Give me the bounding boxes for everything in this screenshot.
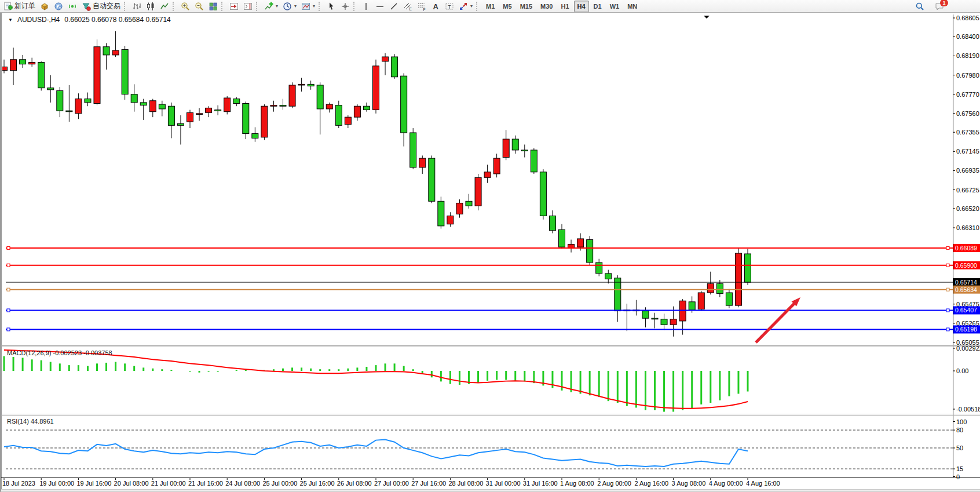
tf-m5-button[interactable]: M5 — [499, 1, 515, 12]
tf-m15-button[interactable]: M15 — [517, 1, 536, 12]
equidistant-channel-button[interactable]: E — [401, 0, 415, 12]
new-order-button-label: 新订单 — [14, 1, 35, 11]
text-label-button[interactable]: T — [443, 0, 456, 12]
chart-title: ▼ AUDUSD-,H4 0.66025 0.66078 0.65684 0.6… — [8, 16, 171, 24]
time-tick-label: 21 Jul 00:00 — [151, 480, 186, 487]
autotrading-button[interactable]: 自动交易 — [79, 0, 123, 12]
rsi-indicator-label: RSI(14) 44.8961 — [7, 418, 54, 425]
notifications-button[interactable]: 1 — [933, 0, 946, 12]
indicators-button[interactable]: ▾ — [262, 0, 280, 12]
time-axis[interactable]: 18 Jul 202319 Jul 00:0019 Jul 16:0020 Ju… — [2, 478, 780, 487]
line-end-marker[interactable] — [946, 309, 949, 312]
arrows-button[interactable]: ▾ — [456, 0, 475, 12]
price-tick-label: 0.66520 — [956, 205, 979, 212]
price-tick-label: 0.67980 — [956, 72, 979, 79]
candle-body — [363, 106, 370, 110]
trendline-icon — [389, 2, 398, 11]
toolbar-separator — [124, 2, 128, 11]
candle-body — [149, 101, 156, 112]
dropdown-caret-icon[interactable]: ▾ — [294, 3, 297, 9]
time-tick-label: 20 Jul 08:00 — [114, 480, 149, 487]
line-end-marker[interactable] — [946, 328, 949, 331]
candle-body — [726, 293, 732, 305]
line-end-marker[interactable] — [946, 264, 949, 267]
price-line-badge-label: 0.65407 — [955, 307, 977, 314]
price-tick-label: 0.68190 — [956, 52, 979, 59]
candle-body — [698, 293, 704, 309]
vertical-line-button[interactable] — [359, 0, 373, 12]
candle-body — [38, 63, 45, 88]
candle-body — [224, 98, 231, 112]
rsi-scale-label: 100 — [956, 418, 967, 425]
candlestick-button[interactable] — [144, 0, 158, 12]
chevron-down-icon[interactable]: ▼ — [8, 17, 13, 23]
dropdown-caret-icon[interactable]: ▾ — [470, 3, 473, 9]
tf-mn-button[interactable]: MN — [624, 1, 641, 12]
candle-body — [447, 216, 454, 224]
candle-body — [215, 110, 221, 111]
candle-body — [289, 85, 295, 106]
line-end-marker[interactable] — [7, 264, 10, 267]
zoom-in-button[interactable] — [178, 0, 192, 12]
chart-window[interactable]: ▼ AUDUSD-,H4 0.66025 0.66078 0.65684 0.6… — [0, 13, 980, 492]
candle-body — [559, 229, 565, 247]
time-tick-label: 27 Jul 00:00 — [374, 480, 409, 487]
candle-body — [652, 318, 658, 319]
line-end-marker[interactable] — [946, 246, 949, 249]
new-order-button[interactable]: 新订单 — [1, 0, 38, 12]
candle-body — [438, 201, 444, 226]
cursor-button[interactable] — [324, 0, 338, 12]
line-chart-button[interactable] — [158, 0, 171, 12]
tf-h1-button[interactable]: H1 — [557, 1, 572, 12]
line-end-marker[interactable] — [7, 309, 10, 312]
price-tick-label: 0.66725 — [956, 187, 979, 194]
candle-body — [270, 105, 277, 107]
tf-h4-button[interactable]: H4 — [574, 1, 589, 12]
rsi-scale-label: 50 — [956, 444, 963, 451]
templates-button[interactable]: ▾ — [299, 0, 317, 12]
periods-button[interactable]: ▾ — [280, 0, 299, 12]
tf-w1-button[interactable]: W1 — [606, 1, 623, 12]
trendline-button[interactable] — [387, 0, 401, 12]
candle-body — [29, 63, 35, 64]
candle-body — [735, 253, 741, 305]
application-window: 新订单自动交易▾▾▾EFAT▾M1M5M15M30H1H4D1W1MN1 ▼ A… — [0, 0, 980, 492]
price-line-badge-label: 0.65900 — [955, 262, 977, 269]
line-end-marker[interactable] — [946, 288, 949, 291]
candle-body — [10, 60, 17, 71]
zoom-out-button[interactable] — [192, 0, 206, 12]
market-depth-button[interactable] — [38, 0, 52, 12]
candles-icon — [146, 2, 155, 11]
metaeditor-button[interactable] — [52, 0, 65, 12]
text-a-icon: A — [431, 2, 440, 11]
dropdown-caret-icon[interactable]: ▾ — [313, 3, 315, 9]
bar-chart-button[interactable] — [130, 0, 144, 12]
candle-body — [484, 172, 491, 177]
tile-windows-button[interactable] — [206, 0, 220, 12]
tf-m1-button[interactable]: M1 — [482, 1, 498, 12]
line-end-marker[interactable] — [7, 328, 10, 331]
price-line-badge-label: 0.65634 — [955, 286, 977, 293]
chart-shift-button[interactable] — [241, 0, 255, 12]
candle-body — [382, 57, 389, 61]
price-tick-label: 0.68605 — [956, 14, 979, 21]
chart-background — [1, 13, 980, 491]
line-end-marker[interactable] — [7, 288, 10, 291]
crosshair-button[interactable] — [338, 0, 352, 12]
toolbar-separator — [256, 2, 260, 11]
tf-m30-button[interactable]: M30 — [537, 1, 556, 12]
candle-body — [317, 85, 323, 109]
signals-button[interactable] — [65, 0, 79, 12]
macd-indicator-label: MACD(12,26,9) -0.002523 -0.003758 — [7, 349, 112, 356]
line-end-marker[interactable] — [7, 246, 10, 249]
search-button[interactable] — [913, 0, 927, 12]
fibonacci-button[interactable]: F — [415, 0, 429, 12]
auto-scroll-button[interactable] — [227, 0, 241, 12]
chart-canvas[interactable]: 0.686050.684000.681900.679800.677700.675… — [1, 13, 980, 491]
dropdown-caret-icon[interactable]: ▾ — [276, 3, 278, 9]
horizontal-line-button[interactable] — [373, 0, 387, 12]
text-button[interactable]: A — [429, 0, 443, 12]
time-tick-label: 2 Aug 00:00 — [597, 480, 631, 487]
tf-d1-button[interactable]: D1 — [590, 1, 605, 12]
candle-body — [540, 172, 546, 216]
